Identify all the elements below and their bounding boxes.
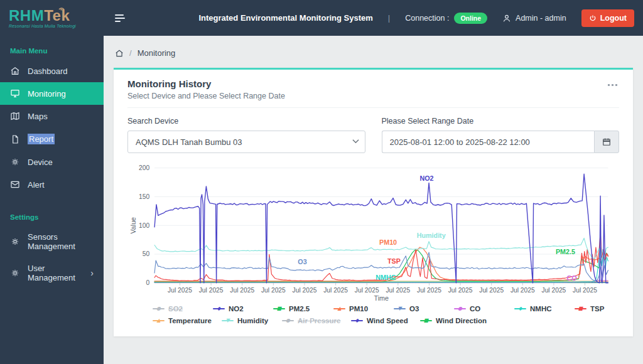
sidebar-item-user-management[interactable]: User Management › [0, 257, 104, 289]
top-header: RHMTek Resonansi Hasta Mulia Teknologi I… [0, 0, 643, 36]
calendar-icon [602, 137, 611, 146]
search-device-label: Search Device [127, 117, 365, 126]
legend-item-pm2-5[interactable]: ■PM2.5 [273, 305, 333, 313]
sidebar-section-settings: Settings [0, 207, 104, 226]
home-icon[interactable] [115, 49, 124, 58]
envelope-icon [10, 179, 20, 190]
sidebar-item-device[interactable]: Device [0, 151, 104, 173]
connection-status: Connection : Online [405, 13, 487, 24]
svg-text:NMHC: NMHC [376, 274, 396, 281]
calendar-button[interactable] [594, 131, 619, 153]
card-title: Monitoring History [127, 78, 619, 89]
power-icon [589, 14, 597, 22]
legend-label: TSP [590, 305, 604, 313]
map-icon [10, 111, 20, 121]
svg-text:CO: CO [567, 274, 577, 282]
legend-item-tsp[interactable]: ■TSP [575, 305, 635, 313]
legend-label: PM10 [349, 305, 368, 313]
legend-label: Temperature [168, 317, 212, 324]
legend-marker-icon: ▲ [153, 318, 165, 324]
connection-label: Connection : [405, 14, 449, 23]
svg-text:Jul 2025: Jul 2025 [230, 287, 254, 294]
svg-text:50: 50 [143, 250, 150, 257]
wifi-signal-icon [57, 4, 67, 11]
svg-text:200: 200 [139, 164, 149, 171]
svg-text:Jul 2025: Jul 2025 [573, 287, 597, 294]
sidebar: Main Menu Dashboard Monitoring Maps Repo… [0, 36, 104, 364]
svg-text:Jul 2025: Jul 2025 [355, 287, 379, 294]
legend-marker-icon: ◆ [213, 306, 225, 312]
legend-item-co[interactable]: ●CO [454, 305, 514, 313]
logo-text-primary: RHM [9, 7, 44, 24]
legend-label: PM2.5 [289, 305, 310, 313]
svg-text:Jul 2025: Jul 2025 [199, 287, 224, 294]
range-date-input[interactable] [382, 131, 595, 153]
legend-label: Air Pressure [298, 317, 340, 324]
legend-label: Wind Speed [367, 317, 408, 324]
svg-text:PM2.5: PM2.5 [556, 248, 575, 255]
svg-text:Jul 2025: Jul 2025 [417, 287, 441, 294]
svg-text:Value: Value [129, 217, 137, 234]
sidebar-item-label: Alert [28, 180, 45, 190]
app-title: Integrated Environmental Monitoring Syst… [198, 13, 372, 23]
sidebar-item-label: Monitoring [28, 89, 66, 99]
legend-label: NO2 [229, 305, 244, 313]
svg-text:PM10: PM10 [379, 238, 397, 246]
svg-text:O3: O3 [298, 258, 306, 265]
sidebar-item-report[interactable]: Report [0, 127, 104, 151]
legend-marker-icon: ● [454, 306, 466, 312]
card-menu-icon[interactable] [606, 82, 619, 88]
logo: RHMTek Resonansi Hasta Mulia Teknologi [0, 8, 104, 28]
legend-item-wind-direction[interactable]: ■Wind Direction [420, 317, 489, 324]
legend-item-humidity[interactable]: ▼Humidity [222, 317, 282, 324]
legend-item-wind-speed[interactable]: ◆Wind Speed [351, 317, 420, 324]
svg-text:0: 0 [146, 279, 150, 286]
svg-text:100: 100 [139, 222, 149, 229]
legend-label: Humidity [237, 317, 268, 324]
svg-text:Jul 2025: Jul 2025 [479, 287, 504, 294]
gear-icon [10, 157, 20, 167]
svg-text:Jul 2025: Jul 2025 [323, 287, 348, 294]
line-chart: 050100150200Jul 2025Jul 2025Jul 2025Jul … [127, 159, 619, 302]
device-select[interactable]: AQMS DLH Tanah Bumbu 03 [127, 131, 365, 153]
user-menu[interactable]: Admin - admin [502, 14, 566, 23]
legend-label: Wind Direction [436, 317, 487, 324]
monitoring-chart: 050100150200Jul 2025Jul 2025Jul 2025Jul … [127, 159, 619, 302]
legend-item-no2[interactable]: ◆NO2 [213, 305, 273, 313]
legend-marker-icon: ▼ [222, 318, 234, 324]
breadcrumb-current: Monitoring [138, 48, 176, 58]
sidebar-item-label: Maps [28, 112, 48, 121]
breadcrumb-separator: / [129, 48, 132, 58]
legend-label: CO [470, 305, 480, 313]
legend-item-pm10[interactable]: ▲PM10 [333, 305, 394, 313]
svg-text:Jul 2025: Jul 2025 [386, 287, 410, 294]
menu-toggle-icon[interactable] [112, 12, 127, 24]
breadcrumb: / Monitoring [115, 48, 633, 58]
sidebar-item-sensors-management[interactable]: Sensors Management [0, 226, 104, 257]
sidebar-item-maps[interactable]: Maps [0, 105, 104, 127]
sidebar-item-alert[interactable]: Alert [0, 173, 104, 196]
legend-item-so2[interactable]: ●SO2 [153, 305, 213, 313]
legend-marker-icon: ◆ [351, 318, 363, 324]
svg-text:Jul 2025: Jul 2025 [261, 287, 286, 294]
svg-text:Jul 2025: Jul 2025 [293, 287, 317, 294]
file-icon [10, 134, 20, 144]
card-subtitle: Select Device and Please Select Range Da… [127, 92, 619, 100]
svg-text:TSP: TSP [387, 257, 401, 265]
legend-marker-icon: ■ [273, 306, 285, 312]
online-badge: Online [454, 13, 487, 24]
svg-text:Jul 2025: Jul 2025 [448, 287, 473, 294]
svg-text:NO2: NO2 [419, 174, 433, 182]
legend-item-air-pressure[interactable]: ●Air Pressure [282, 317, 351, 324]
sidebar-item-monitoring[interactable]: Monitoring [0, 82, 104, 105]
range-date-label: Please Select Range Date [382, 117, 620, 126]
logo-tagline: Resonansi Hasta Mulia Teknologi [9, 24, 104, 28]
legend-item-o3[interactable]: ▼O3 [394, 305, 454, 313]
legend-item-temperature[interactable]: ▲Temperature [153, 317, 222, 324]
logout-button[interactable]: Logout [581, 9, 634, 27]
legend-item-nmhc[interactable]: ◆NMHC [514, 305, 575, 313]
legend-marker-icon: ▲ [333, 306, 345, 312]
gear-icon [10, 268, 20, 278]
sidebar-item-dashboard[interactable]: Dashboard [0, 60, 104, 82]
legend-marker-icon: ● [282, 318, 294, 324]
